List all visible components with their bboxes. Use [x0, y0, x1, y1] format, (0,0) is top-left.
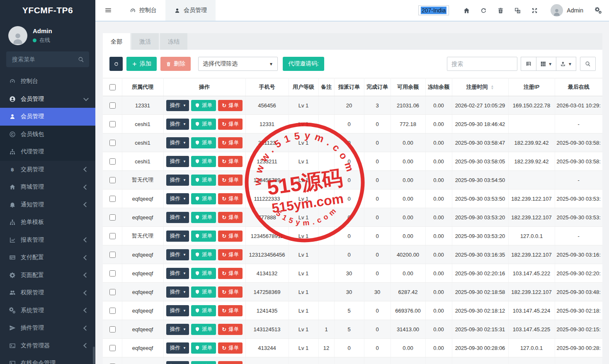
sidebar-item-file-manager[interactable]: 文件管理器 [0, 337, 95, 355]
settings-button[interactable] [593, 7, 603, 14]
row-dispatch-button[interactable]: 派单 [191, 212, 216, 223]
row-action-dropdown[interactable]: 操作▾ [166, 119, 189, 130]
row-action-dropdown[interactable]: 操作▾ [166, 212, 189, 223]
row-checkbox[interactable] [109, 326, 116, 332]
row-dispatch-button[interactable]: 派单 [191, 249, 216, 260]
sidebar-item-online-command[interactable]: 在线命令管理 [0, 354, 95, 364]
row-checkbox[interactable] [109, 345, 116, 351]
row-burst-button[interactable]: ↻爆单 [218, 119, 243, 130]
row-checkbox[interactable] [109, 121, 116, 127]
row-action-dropdown[interactable]: 操作▾ [166, 361, 189, 364]
clear-cache-button[interactable] [492, 7, 509, 14]
tab-active[interactable]: 激活 [131, 33, 159, 50]
column-header-completed-orders[interactable]: 完成订单 [364, 78, 391, 96]
sidebar-toggle-button[interactable] [95, 7, 121, 14]
row-dispatch-button[interactable]: 派单 [191, 324, 216, 335]
row-checkbox[interactable] [109, 196, 116, 202]
row-burst-button[interactable]: ↻爆单 [218, 100, 243, 111]
admin-name[interactable]: Admin [567, 7, 583, 14]
row-burst-button[interactable]: ↻爆单 [218, 342, 243, 354]
column-header-level[interactable]: 用户等级 [289, 78, 318, 96]
sidebar-item-system-manage[interactable]: 系统管理 [0, 302, 95, 320]
table-refresh-button[interactable] [109, 57, 123, 71]
row-action-dropdown[interactable]: 操作▾ [166, 286, 189, 298]
row-burst-button[interactable]: ↻爆单 [218, 212, 243, 223]
sidebar-item-page-config[interactable]: 页面配置 [0, 267, 95, 284]
sidebar-item-auth-manage[interactable]: 权限管理 [0, 284, 95, 302]
column-header-remark[interactable]: 备注 [318, 78, 334, 96]
fullscreen-button[interactable] [526, 7, 543, 14]
agent-invite-code-button[interactable]: 代理邀请码: [283, 57, 324, 71]
row-dispatch-button[interactable]: 派单 [191, 137, 216, 148]
column-header-frozen-balance[interactable]: 冻结余额 [425, 78, 452, 96]
row-dispatch-button[interactable]: 派单 [191, 119, 216, 130]
row-burst-button[interactable]: ↻爆单 [218, 156, 243, 167]
admin-avatar[interactable] [551, 4, 563, 17]
row-checkbox[interactable] [109, 177, 116, 183]
tab-all[interactable]: 全部 [103, 33, 130, 50]
export-button[interactable]: ▼ [556, 57, 576, 71]
row-dispatch-button[interactable]: 派单 [191, 305, 216, 316]
add-button[interactable]: 添加 [126, 57, 157, 71]
column-header-last-online[interactable]: 最后在线 [555, 78, 602, 96]
sidebar-item-agent-manage[interactable]: 代理管理 [0, 143, 95, 161]
row-action-dropdown[interactable]: 操作▾ [166, 305, 189, 316]
sidebar-item-order-template[interactable]: 抢单模板 [0, 214, 95, 231]
row-checkbox[interactable] [109, 270, 116, 277]
row-burst-button[interactable]: ↻爆单 [218, 305, 243, 316]
advanced-search-button[interactable] [580, 57, 596, 71]
sidebar-item-member-wallet[interactable]: 会员钱包 [0, 126, 95, 143]
detail-view-button[interactable] [521, 57, 536, 71]
column-header-agent[interactable]: 所属代理 [122, 78, 163, 96]
sidebar-scrollbar[interactable] [93, 347, 95, 364]
home-button[interactable] [458, 7, 475, 14]
row-dispatch-button[interactable]: 派单 [191, 286, 216, 298]
row-burst-button[interactable]: ↻爆单 [218, 249, 243, 260]
row-burst-button[interactable]: ↻爆单 [218, 324, 243, 335]
row-action-dropdown[interactable]: 操作▾ [166, 156, 189, 167]
sidebar-item-report-manage[interactable]: 报表管理 [0, 231, 95, 249]
row-burst-button[interactable]: ↻爆单 [218, 175, 243, 186]
sidebar-item-addon-manage[interactable]: 插件管理 [0, 319, 95, 337]
sidebar-item-trade-manage[interactable]: ฿交易管理 [0, 161, 95, 179]
columns-toggle-button[interactable]: ▼ [536, 57, 556, 71]
row-checkbox[interactable] [109, 102, 116, 109]
row-dispatch-button[interactable]: 派单 [191, 156, 216, 167]
sidebar-item-notice-manage[interactable]: 通知管理 [0, 196, 95, 214]
column-header-available-balance[interactable]: 可用余额 [391, 78, 425, 96]
tab-frozen[interactable]: 冻结 [160, 33, 187, 50]
row-dispatch-button[interactable]: 派单 [191, 361, 216, 364]
row-action-dropdown[interactable]: 操作▾ [166, 137, 189, 148]
row-burst-button[interactable]: ↻爆单 [218, 137, 243, 148]
row-action-dropdown[interactable]: 操作▾ [166, 231, 189, 242]
selected-text-box[interactable]: 207-India [418, 5, 449, 15]
row-action-dropdown[interactable]: 操作▾ [166, 193, 189, 204]
row-burst-button[interactable]: ↻爆单 [218, 268, 243, 279]
column-header-register-ip[interactable]: 注册IP [508, 78, 555, 96]
column-header-phone[interactable]: 手机号 [245, 78, 289, 96]
row-dispatch-button[interactable]: 派单 [191, 231, 216, 242]
row-dispatch-button[interactable]: 派单 [191, 342, 216, 354]
row-checkbox[interactable] [109, 308, 116, 314]
row-burst-button[interactable]: ↻爆单 [218, 361, 243, 364]
row-checkbox[interactable] [109, 252, 116, 258]
menu-search-input[interactable] [11, 56, 78, 63]
sidebar-item-member-manage[interactable]: 会员管理 [0, 108, 95, 126]
avatar[interactable] [8, 26, 27, 45]
sidebar-item-console[interactable]: 控制台 [0, 73, 95, 90]
row-action-dropdown[interactable]: 操作▾ [166, 100, 189, 111]
row-burst-button[interactable]: ↻爆单 [218, 286, 243, 298]
row-checkbox[interactable] [109, 140, 116, 146]
topbar-tab-console[interactable]: 控制台 [121, 0, 165, 21]
row-checkbox[interactable] [109, 158, 116, 165]
refresh-button[interactable] [475, 7, 492, 14]
row-checkbox[interactable] [109, 233, 116, 239]
column-header-register-time[interactable]: 注册时间▲▼ [452, 78, 508, 96]
column-header-assigned-orders[interactable]: 指派订单 [334, 78, 364, 96]
row-dispatch-button[interactable]: 派单 [191, 193, 216, 204]
row-dispatch-button[interactable]: 派单 [191, 100, 216, 111]
topbar-tab-member-manage[interactable]: 会员管理 [165, 0, 216, 21]
row-action-dropdown[interactable]: 操作▾ [166, 324, 189, 335]
row-checkbox[interactable] [109, 214, 116, 221]
row-action-dropdown[interactable]: 操作▾ [166, 268, 189, 279]
